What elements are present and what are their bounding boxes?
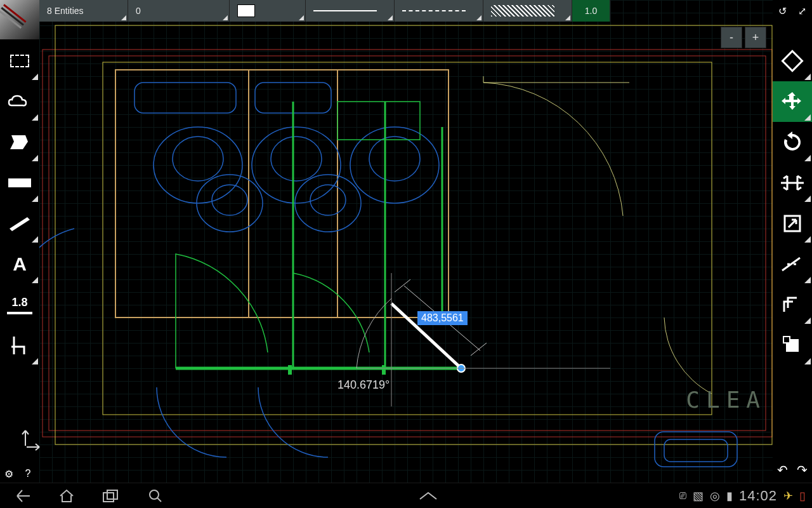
search-button[interactable]	[133, 483, 178, 509]
status-clock: 14:02	[739, 488, 777, 504]
svg-point-14	[271, 137, 322, 181]
background-label: CLEA	[686, 387, 766, 413]
svg-point-41	[150, 490, 159, 499]
mirror-tool[interactable]	[773, 163, 812, 203]
cad-drawing[interactable]	[39, 0, 773, 483]
svg-point-9	[154, 127, 242, 203]
explode-tool[interactable]	[773, 325, 812, 366]
measurement-angle: 140.6719°	[337, 378, 390, 392]
linetype-selector[interactable]	[395, 0, 483, 22]
lineweight-selector[interactable]	[306, 0, 395, 22]
signal-icon: ▮	[726, 489, 733, 503]
zoom-in-button[interactable]: +	[745, 27, 766, 48]
home-button[interactable]	[44, 483, 89, 509]
move-tool[interactable]	[773, 81, 812, 122]
svg-rect-20	[664, 439, 728, 462]
svg-rect-39	[103, 493, 114, 502]
svg-rect-1	[49, 56, 766, 431]
entity-count[interactable]: 8 Entities	[39, 0, 128, 22]
undo-button[interactable]: ↺	[773, 0, 792, 22]
expand-handle[interactable]	[178, 491, 679, 500]
svg-point-13	[252, 127, 341, 203]
trim-tool[interactable]	[773, 244, 812, 284]
history-prev-button[interactable]: ↶	[773, 457, 792, 483]
hatch-tool[interactable]	[0, 203, 39, 244]
zoom-out-button[interactable]: -	[721, 27, 742, 48]
svg-line-32	[395, 279, 410, 292]
history-next-button[interactable]: ↷	[792, 457, 812, 483]
svg-point-11	[197, 175, 263, 232]
sync-icon: ◎	[710, 489, 720, 503]
scale-tool[interactable]	[773, 203, 812, 244]
scale-value[interactable]: 1.0	[572, 0, 610, 22]
svg-rect-2	[55, 25, 772, 444]
help-button[interactable]: ?	[19, 465, 37, 483]
image-icon: ▧	[693, 489, 704, 503]
battery-icon: ▯	[799, 489, 806, 503]
back-button[interactable]	[0, 483, 44, 509]
svg-rect-38	[783, 337, 790, 343]
svg-point-17	[350, 127, 439, 203]
rotate-tool[interactable]	[773, 122, 812, 163]
airplane-icon: ✈	[783, 489, 793, 503]
settings-button[interactable]: ⚙	[0, 465, 18, 483]
svg-rect-27	[337, 102, 420, 140]
svg-rect-3	[103, 62, 712, 415]
app-icon[interactable]	[0, 0, 39, 39]
layer-selector[interactable]: 0	[128, 0, 230, 22]
android-navbar: ⎚ ▧ ◎ ▮ 14:02 ✈ ▯	[0, 483, 812, 508]
lineweight-value[interactable]: 1.8	[0, 284, 39, 325]
usb-icon: ⎚	[679, 489, 686, 502]
fullscreen-button[interactable]: ⤢	[792, 0, 812, 22]
measurement-length[interactable]: 483,5561	[417, 311, 468, 325]
svg-rect-0	[43, 50, 772, 437]
eraser-tool[interactable]	[773, 41, 812, 81]
polygon-tool[interactable]	[0, 122, 39, 163]
offset-tool[interactable]	[773, 284, 812, 325]
fill-selector[interactable]	[483, 0, 572, 22]
svg-rect-4	[115, 70, 449, 318]
rectangle-fill-tool[interactable]	[0, 163, 39, 203]
svg-point-15	[295, 175, 361, 232]
recent-apps-button[interactable]	[89, 483, 133, 509]
color-selector[interactable]	[230, 0, 306, 22]
svg-point-18	[369, 137, 420, 181]
select-rect-tool[interactable]	[0, 41, 39, 81]
cloud-tool[interactable]	[0, 81, 39, 122]
svg-rect-35	[782, 51, 802, 70]
svg-point-10	[173, 137, 223, 181]
text-tool[interactable]: A	[0, 244, 39, 284]
chair-tool[interactable]	[0, 325, 39, 366]
svg-rect-7	[134, 83, 236, 113]
svg-rect-40	[107, 490, 117, 499]
top-toolbar: 8 Entities 0 1.0	[39, 0, 610, 22]
